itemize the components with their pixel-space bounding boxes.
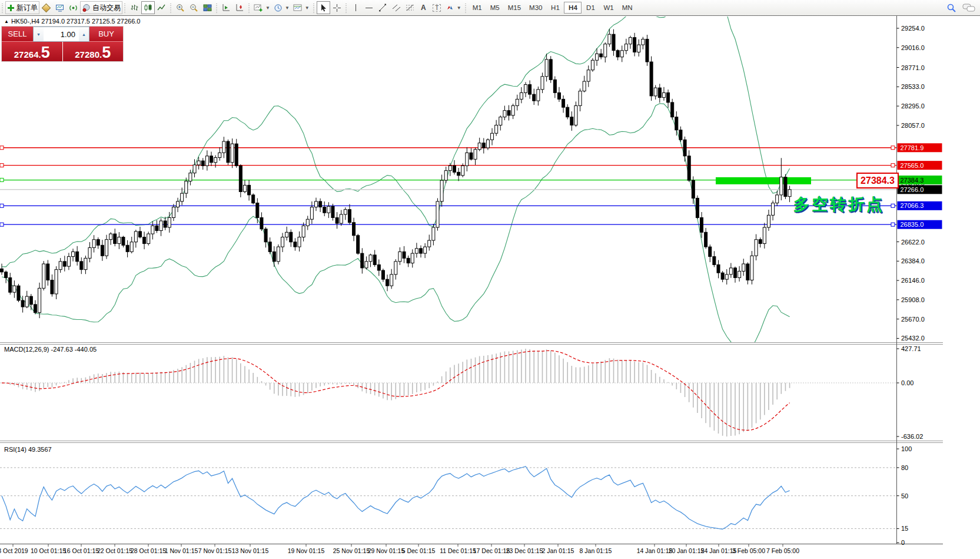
crosshair-tool-button[interactable]: [330, 1, 344, 14]
candle-body: [80, 262, 83, 270]
buy-button[interactable]: BUY: [89, 27, 123, 42]
toolbar-grip: [1, 2, 5, 13]
hline-handle[interactable]: [0, 204, 4, 207]
candle-body: [285, 232, 288, 237]
autotrading-button[interactable]: 自动交易: [80, 1, 122, 14]
hline-handle[interactable]: [891, 204, 895, 207]
candle-body: [268, 242, 271, 252]
hline-tool-button[interactable]: [363, 1, 376, 14]
tf-m1[interactable]: M1: [469, 2, 486, 14]
hline-handle[interactable]: [0, 223, 4, 226]
rsi-pane: [0, 467, 896, 530]
candle-body: [9, 277, 12, 292]
tile-windows-button[interactable]: [201, 1, 214, 14]
candle-body: [683, 140, 686, 156]
periods-button[interactable]: ▼: [272, 1, 291, 14]
indicators-icon: [254, 4, 263, 12]
candle-body: [185, 181, 188, 194]
fibonacci-tool-button[interactable]: [403, 1, 417, 14]
volume-value[interactable]: 1.00: [44, 27, 79, 41]
tf-h1[interactable]: H1: [546, 2, 564, 14]
rsi-tick-label: 80: [901, 464, 908, 471]
toolbar-grip: [247, 2, 251, 13]
hline-handle[interactable]: [0, 146, 4, 150]
terminal-button[interactable]: [53, 1, 67, 14]
candle-body: [776, 195, 779, 203]
candle-body: [97, 240, 99, 246]
candle-body: [692, 180, 695, 198]
zoom-in-button[interactable]: [174, 1, 187, 14]
candle-body: [529, 85, 531, 95]
trendline-tool-button[interactable]: [376, 1, 390, 14]
candle-body: [709, 247, 712, 257]
tf-m15[interactable]: M15: [504, 2, 525, 14]
candle-body: [239, 166, 242, 191]
candle-body: [566, 107, 569, 117]
time-tick-label: 20 Jan 01:15: [669, 547, 705, 554]
plus-icon: [7, 4, 15, 12]
zoom-out-button[interactable]: [187, 1, 201, 14]
price-tick-label: 25432.0: [901, 335, 925, 342]
candle-body: [248, 185, 251, 195]
candle-body: [394, 262, 397, 274]
highlight-rectangle[interactable]: [716, 177, 811, 184]
candle-body: [482, 143, 485, 148]
dropdown-arrow-icon: ▼: [457, 5, 461, 11]
candle-body: [780, 177, 783, 195]
text-tool-button[interactable]: A: [417, 1, 430, 14]
candle-body: [177, 201, 180, 207]
price-tick-label: 29016.0: [901, 44, 925, 51]
candle-body: [218, 153, 221, 157]
chart-text-annotation[interactable]: 多空转折点: [793, 194, 885, 215]
candle-body: [25, 296, 28, 307]
candle-chart-mode-button[interactable]: [141, 1, 155, 14]
hline-axis-label: 27565.0: [901, 162, 924, 169]
signal-button[interactable]: [67, 1, 80, 14]
arrows-tool-button[interactable]: ▼: [444, 1, 463, 14]
hline-handle[interactable]: [891, 146, 895, 150]
search-icon[interactable]: [946, 3, 956, 13]
candle-body: [700, 217, 703, 232]
sell-price-big: 5: [41, 45, 50, 60]
channel-tool-button[interactable]: [390, 1, 403, 14]
chart-canvas[interactable]: 29254.029016.028771.028533.028295.028057…: [0, 0, 980, 559]
candle-body: [725, 274, 728, 279]
hline-handle[interactable]: [0, 164, 4, 167]
tf-h4[interactable]: H4: [564, 2, 582, 14]
cursor-icon: [319, 4, 327, 12]
rsi-tick-label: 50: [901, 492, 908, 500]
price-tag-callout[interactable]: 27384.3: [856, 173, 899, 188]
candle-body: [466, 153, 469, 166]
chat-icon[interactable]: [962, 3, 975, 12]
chart-shift-button[interactable]: [233, 1, 247, 14]
vline-tool-button[interactable]: [349, 1, 363, 14]
hline-handle[interactable]: [0, 178, 4, 182]
candle-body: [51, 280, 54, 294]
cursor-tool-button[interactable]: [317, 1, 330, 14]
tf-m5[interactable]: M5: [486, 2, 504, 14]
tf-w1[interactable]: W1: [599, 2, 617, 14]
auto-scroll-button[interactable]: [220, 1, 233, 14]
sell-button[interactable]: SELL: [2, 27, 33, 42]
tf-d1[interactable]: D1: [582, 2, 599, 14]
volume-down-button[interactable]: ▼: [34, 27, 44, 41]
candle-body: [667, 92, 670, 102]
hline-handle[interactable]: [891, 164, 895, 167]
line-chart-mode-button[interactable]: [155, 1, 168, 14]
volume-up-button[interactable]: ▲: [79, 27, 89, 41]
hline-handle[interactable]: [891, 223, 895, 226]
sell-price[interactable]: 27264. 5: [2, 42, 62, 61]
market-watch-button[interactable]: [39, 1, 53, 14]
candle-body: [160, 221, 162, 231]
new-order-button[interactable]: 新订单: [5, 1, 39, 14]
bar-chart-mode-button[interactable]: [128, 1, 141, 14]
templates-button[interactable]: ▼: [291, 1, 311, 14]
label-tool-button[interactable]: T: [430, 1, 444, 14]
candle-body: [17, 286, 20, 300]
candle-body: [675, 117, 678, 130]
expand-triangle-icon[interactable]: ▲: [4, 19, 9, 24]
tf-mn[interactable]: MN: [618, 2, 637, 14]
tf-m30[interactable]: M30: [525, 2, 546, 14]
buy-price[interactable]: 27280. 5: [63, 42, 124, 61]
indicators-button[interactable]: ▼: [252, 1, 272, 14]
